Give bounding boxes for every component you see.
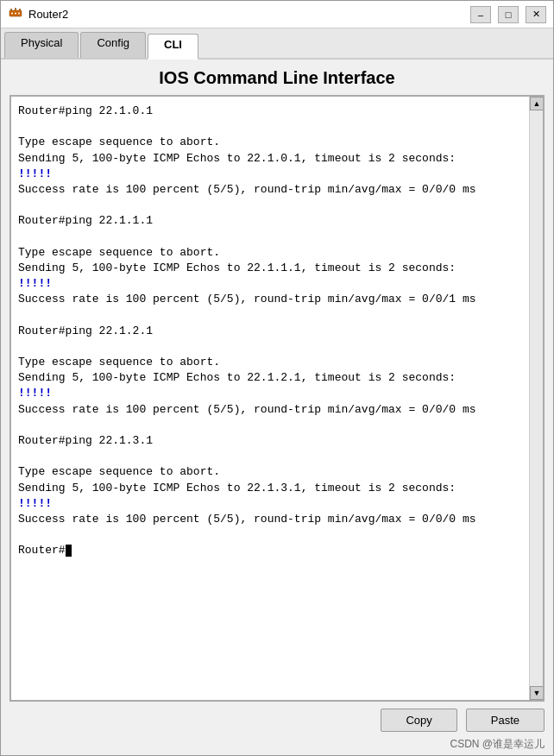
cli-content[interactable]: Router#ping 22.1.0.1 Type escape sequenc… — [11, 97, 529, 700]
main-window: Router2 – □ ✕ Physical Config CLI IOS Co… — [0, 0, 554, 756]
close-button[interactable]: ✕ — [526, 6, 546, 23]
title-bar-controls: – □ ✕ — [470, 6, 546, 23]
paste-button[interactable]: Paste — [466, 709, 545, 732]
watermark: CSDN @谁是幸运儿 — [1, 735, 553, 755]
scroll-down-button[interactable]: ▼ — [530, 686, 544, 700]
tab-bar: Physical Config CLI — [1, 28, 553, 60]
svg-point-3 — [18, 13, 20, 15]
title-bar: Router2 – □ ✕ — [1, 1, 553, 28]
svg-point-1 — [11, 13, 13, 15]
tab-physical[interactable]: Physical — [4, 32, 79, 58]
minimize-button[interactable]: – — [470, 6, 491, 23]
tab-cli[interactable]: CLI — [148, 34, 198, 60]
bottom-bar: Copy Paste — [1, 702, 553, 735]
cli-wrapper: Router#ping 22.1.0.1 Type escape sequenc… — [9, 95, 545, 702]
title-bar-left: Router2 — [8, 5, 68, 23]
window-title: Router2 — [28, 8, 68, 21]
svg-point-2 — [15, 13, 16, 15]
scrollbar: ▲ ▼ — [529, 97, 543, 700]
router-icon — [8, 5, 23, 23]
scroll-up-button[interactable]: ▲ — [530, 97, 544, 110]
page-title: IOS Command Line Interface — [1, 60, 553, 95]
copy-button[interactable]: Copy — [381, 709, 456, 732]
cli-cursor — [66, 545, 72, 557]
scroll-track — [530, 110, 543, 686]
tab-config[interactable]: Config — [80, 32, 146, 58]
maximize-button[interactable]: □ — [498, 6, 519, 23]
